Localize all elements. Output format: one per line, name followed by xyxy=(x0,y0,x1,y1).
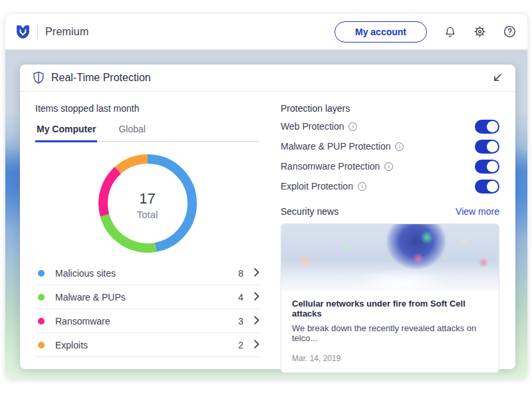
chevron-right-icon xyxy=(254,267,259,279)
donut-center-label: 17 Total xyxy=(98,154,198,256)
settings-gear-icon[interactable] xyxy=(473,25,487,39)
stats-heading: Items stopped last month xyxy=(35,103,259,114)
malware-pups-dot-icon xyxy=(38,294,45,301)
brand-name: Premium xyxy=(45,26,88,38)
info-icon[interactable]: i xyxy=(395,142,404,151)
card-header: Real-Time Protection xyxy=(20,65,515,92)
info-icon[interactable]: i xyxy=(384,162,393,171)
stat-value: 4 xyxy=(238,292,243,303)
layer-label: Web Protection xyxy=(281,121,344,132)
layer-malware-pup-protection: Malware & PUP Protection i xyxy=(281,139,499,154)
shield-icon xyxy=(33,71,45,84)
stat-value: 8 xyxy=(238,268,243,279)
news-article-description: We break down the recently revealed atta… xyxy=(292,323,488,343)
stat-row-malware-pups[interactable]: Malware & PUPs 4 xyxy=(35,285,259,309)
stat-label: Malicious sites xyxy=(55,268,238,279)
donut-chart: 17 Total xyxy=(98,154,198,256)
view-more-link[interactable]: View more xyxy=(456,206,499,217)
app-window: Premium My account xyxy=(5,14,527,379)
news-article-card[interactable]: Cellular networks under fire from Soft C… xyxy=(281,223,499,373)
malware-pup-protection-toggle[interactable] xyxy=(475,140,499,154)
protection-heading: Protection layers xyxy=(281,103,499,114)
malicious-sites-dot-icon xyxy=(38,270,45,277)
tab-global[interactable]: Global xyxy=(117,124,146,141)
info-icon[interactable]: i xyxy=(358,182,366,191)
donut-total-caption: Total xyxy=(137,209,158,220)
stat-row-malicious-sites[interactable]: Malicious sites 8 xyxy=(35,261,259,285)
protection-panel: Protection layers Web Protection i Malwa… xyxy=(271,92,515,368)
security-news-heading: Security news xyxy=(281,206,338,217)
top-bar: Premium My account xyxy=(5,14,527,50)
donut-total-value: 17 xyxy=(139,190,155,207)
tab-my-computer[interactable]: My Computer xyxy=(35,124,97,142)
card-title: Real-Time Protection xyxy=(51,72,151,84)
exploits-dot-icon xyxy=(38,342,45,348)
security-news-header: Security news View more xyxy=(281,206,499,217)
chevron-right-icon xyxy=(254,315,259,327)
ransomware-protection-toggle[interactable] xyxy=(475,160,499,174)
stat-value: 2 xyxy=(238,340,243,350)
layer-web-protection: Web Protection i xyxy=(281,119,499,134)
news-article-date: Mar. 14, 2019 xyxy=(292,354,488,363)
collapse-arrow-icon[interactable] xyxy=(490,70,505,85)
exploit-protection-toggle[interactable] xyxy=(475,180,499,194)
news-article-title: Cellular networks under fire from Soft C… xyxy=(292,299,488,319)
stat-row-ransomware[interactable]: Ransomware 3 xyxy=(35,309,259,333)
notifications-bell-icon[interactable] xyxy=(443,25,457,39)
stats-panel: Items stopped last month My Computer Glo… xyxy=(20,92,271,368)
realtime-protection-card: Real-Time Protection Items stopped last … xyxy=(20,65,515,369)
news-article-text: Cellular networks under fire from Soft C… xyxy=(281,291,499,372)
stat-row-exploits[interactable]: Exploits 2 xyxy=(35,333,259,357)
stats-tabs: My Computer Global xyxy=(35,124,259,142)
my-account-button[interactable]: My account xyxy=(334,21,427,43)
layer-label: Exploit Protection xyxy=(281,181,353,192)
stat-label: Malware & PUPs xyxy=(55,292,238,303)
layer-label: Malware & PUP Protection xyxy=(281,141,390,152)
stat-label: Exploits xyxy=(55,340,238,350)
layer-exploit-protection: Exploit Protection i xyxy=(281,179,499,194)
brand-divider xyxy=(37,25,38,39)
stats-list: Malicious sites 8 Malware & PUPs 4 Ranso… xyxy=(35,261,259,357)
layer-label: Ransomware Protection xyxy=(281,161,380,172)
info-icon[interactable]: i xyxy=(348,122,357,131)
stat-label: Ransomware xyxy=(55,316,238,327)
stat-value: 3 xyxy=(238,316,243,327)
chevron-right-icon xyxy=(254,291,259,303)
news-article-image xyxy=(281,224,499,291)
malwarebytes-logo-icon xyxy=(15,23,31,40)
help-icon[interactable] xyxy=(503,25,517,39)
ransomware-dot-icon xyxy=(38,318,45,325)
layer-ransomware-protection: Ransomware Protection i xyxy=(281,159,499,174)
chevron-right-icon xyxy=(254,339,259,351)
web-protection-toggle[interactable] xyxy=(475,120,499,134)
